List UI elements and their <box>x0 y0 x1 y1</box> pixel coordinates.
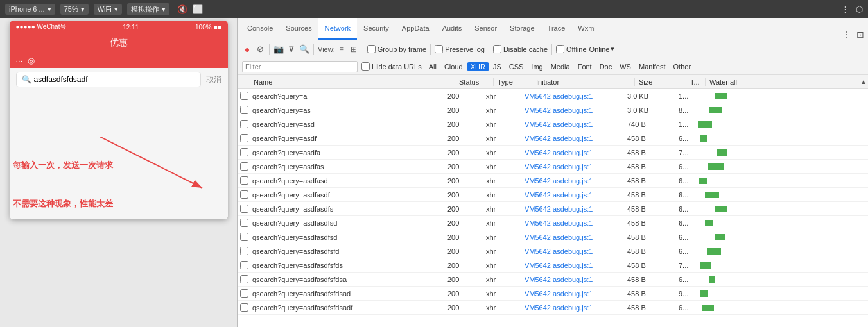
tab-sensor[interactable]: Sensor <box>468 18 503 40</box>
filter-type-css[interactable]: CSS <box>506 62 527 71</box>
filter-type-xhr[interactable]: XHR <box>467 62 489 71</box>
record-button[interactable]: ● <box>242 44 252 55</box>
row-checkbox[interactable] <box>238 219 250 227</box>
tab-console[interactable]: Console <box>241 18 279 40</box>
rotate-icon[interactable]: ⬜ <box>193 4 203 14</box>
zoom-selector[interactable]: 75% ▾ <box>60 4 89 15</box>
disable-cache-checkbox[interactable]: Disable cache <box>493 45 548 53</box>
row-initiator[interactable]: VM5642 asdebug.js:1 <box>521 149 623 156</box>
table-row[interactable]: qsearch?query=asdfasdfsfd 200 xhr VM5642… <box>238 244 868 258</box>
menu-icon[interactable]: ⋮ <box>841 4 849 14</box>
table-body[interactable]: qsearch?query=a 200 xhr VM5642 asdebug.j… <box>238 89 868 327</box>
row-checkbox[interactable] <box>238 134 250 142</box>
row-initiator[interactable]: VM5642 asdebug.js:1 <box>521 290 623 298</box>
offline-input[interactable] <box>556 45 564 53</box>
filter-type-js[interactable]: JS <box>490 62 505 71</box>
row-checkbox[interactable] <box>238 275 250 283</box>
row-checkbox[interactable] <box>238 289 250 298</box>
expand-icon[interactable]: ⬡ <box>856 4 863 14</box>
ellipsis-icon[interactable]: ··· <box>16 56 23 65</box>
row-initiator[interactable]: VM5642 asdebug.js:1 <box>521 177 623 185</box>
row-initiator[interactable]: VM5642 asdebug.js:1 <box>521 121 623 128</box>
tab-security[interactable]: Security <box>357 18 395 40</box>
row-checkbox[interactable] <box>238 233 250 241</box>
row-checkbox[interactable] <box>238 106 250 114</box>
speaker-icon[interactable]: 🔇 <box>177 4 187 14</box>
filter-type-doc[interactable]: Doc <box>596 62 616 71</box>
row-checkbox[interactable] <box>238 190 250 199</box>
table-row[interactable]: qsearch?query=a 200 xhr VM5642 asdebug.j… <box>238 89 868 103</box>
filter-type-manifest[interactable]: Manifest <box>636 62 669 71</box>
tab-network[interactable]: Network <box>318 18 357 40</box>
filter-type-cloud[interactable]: Cloud <box>441 62 466 71</box>
network-selector[interactable]: WiFi ▾ <box>94 4 122 15</box>
row-checkbox[interactable] <box>238 205 250 213</box>
table-row[interactable]: qsearch?query=asdfas 200 xhr VM5642 asde… <box>238 160 868 174</box>
cancel-record-icon[interactable]: ⊘ <box>255 44 265 55</box>
row-initiator[interactable]: VM5642 asdebug.js:1 <box>521 276 623 283</box>
table-row[interactable]: qsearch?query=asdfasdfsfds 200 xhr VM564… <box>238 258 868 272</box>
online-dropdown[interactable]: Online ▾ <box>589 45 615 53</box>
row-initiator[interactable]: VM5642 asdebug.js:1 <box>521 163 623 171</box>
target-icon[interactable]: ◎ <box>28 56 35 65</box>
row-checkbox[interactable] <box>238 148 250 156</box>
row-initiator[interactable]: VM5642 asdebug.js:1 <box>521 219 623 227</box>
phone-search-input[interactable]: 🔍 asdfasdfsfdsadf <box>16 72 201 87</box>
filter-input[interactable] <box>242 61 358 72</box>
table-row[interactable]: qsearch?query=asdfasdfsfdsad 200 xhr VM5… <box>238 287 868 301</box>
table-row[interactable]: qsearch?query=asdfasdf 200 xhr VM5642 as… <box>238 188 868 202</box>
table-row[interactable]: qsearch?query=asdfasd 200 xhr VM5642 asd… <box>238 174 868 188</box>
offline-checkbox[interactable]: Offline <box>556 45 587 53</box>
row-initiator[interactable]: VM5642 asdebug.js:1 <box>521 304 623 312</box>
tab-wxml[interactable]: Wxml <box>571 18 602 40</box>
filter-type-all[interactable]: All <box>426 62 440 71</box>
group-by-frame-checkbox[interactable]: Group by frame <box>367 45 426 53</box>
tab-sources[interactable]: Sources <box>279 18 318 40</box>
tab-appdata[interactable]: AppData <box>395 18 436 40</box>
more-icon[interactable]: ⋮ <box>842 29 851 40</box>
filter-type-ws[interactable]: WS <box>616 62 634 71</box>
row-checkbox[interactable] <box>238 303 250 312</box>
filter-type-img[interactable]: Img <box>528 62 546 71</box>
row-initiator[interactable]: VM5642 asdebug.js:1 <box>521 92 623 100</box>
filter-icon[interactable]: ⊽ <box>286 44 297 55</box>
row-initiator[interactable]: VM5642 asdebug.js:1 <box>521 262 623 269</box>
row-checkbox[interactable] <box>238 162 250 171</box>
row-checkbox[interactable] <box>238 92 250 100</box>
hide-data-urls-checkbox[interactable]: Hide data URLs <box>361 62 422 71</box>
row-checkbox[interactable] <box>238 247 250 255</box>
row-checkbox[interactable] <box>238 120 250 128</box>
table-row[interactable]: qsearch?query=asdf 200 xhr VM5642 asdebu… <box>238 131 868 146</box>
row-initiator[interactable]: VM5642 asdebug.js:1 <box>521 191 623 199</box>
row-initiator[interactable]: VM5642 asdebug.js:1 <box>521 106 623 114</box>
filter-type-font[interactable]: Font <box>575 62 595 71</box>
list-view-icon[interactable]: ≡ <box>338 44 346 55</box>
dock-icon[interactable]: ⊡ <box>856 29 864 40</box>
camera-icon[interactable]: 📷 <box>273 44 284 55</box>
table-row[interactable]: qsearch?query=asdfasdfsd 200 xhr VM5642 … <box>238 216 868 230</box>
tab-audits[interactable]: Audits <box>436 18 469 40</box>
tab-storage[interactable]: Storage <box>503 18 541 40</box>
table-row[interactable]: qsearch?query=asd 200 xhr VM5642 asdebug… <box>238 117 868 131</box>
table-row[interactable]: qsearch?query=as 200 xhr VM5642 asdebug.… <box>238 103 868 117</box>
row-initiator[interactable]: VM5642 asdebug.js:1 <box>521 247 623 255</box>
table-row[interactable]: qsearch?query=asdfa 200 xhr VM5642 asdeb… <box>238 146 868 160</box>
row-initiator[interactable]: VM5642 asdebug.js:1 <box>521 205 623 213</box>
row-initiator[interactable]: VM5642 asdebug.js:1 <box>521 135 623 142</box>
row-initiator[interactable]: VM5642 asdebug.js:1 <box>521 233 623 241</box>
table-row[interactable]: qsearch?query=asdfasdfsfdsa 200 xhr VM56… <box>238 272 868 287</box>
cancel-button[interactable]: 取消 <box>206 74 221 85</box>
group-by-frame-input[interactable] <box>367 45 376 53</box>
filter-type-other[interactable]: Other <box>670 62 695 71</box>
table-row[interactable]: qsearch?query=asdfasdfs 200 xhr VM5642 a… <box>238 202 868 216</box>
row-checkbox[interactable] <box>238 261 250 269</box>
preserve-log-checkbox[interactable]: Preserve log <box>435 45 485 53</box>
disable-cache-input[interactable] <box>493 45 501 53</box>
row-checkbox[interactable] <box>238 176 250 185</box>
table-row[interactable]: qsearch?query=asdfasdfsfdsadf 200 xhr VM… <box>238 301 868 315</box>
table-row[interactable]: qsearch?query=asdfasdfsd 200 xhr VM5642 … <box>238 230 868 244</box>
device-selector[interactable]: iPhone 6 ... ▾ <box>5 4 55 15</box>
tab-trace[interactable]: Trace <box>541 18 572 40</box>
preserve-log-input[interactable] <box>435 45 443 53</box>
hide-data-urls-input[interactable] <box>361 62 370 71</box>
